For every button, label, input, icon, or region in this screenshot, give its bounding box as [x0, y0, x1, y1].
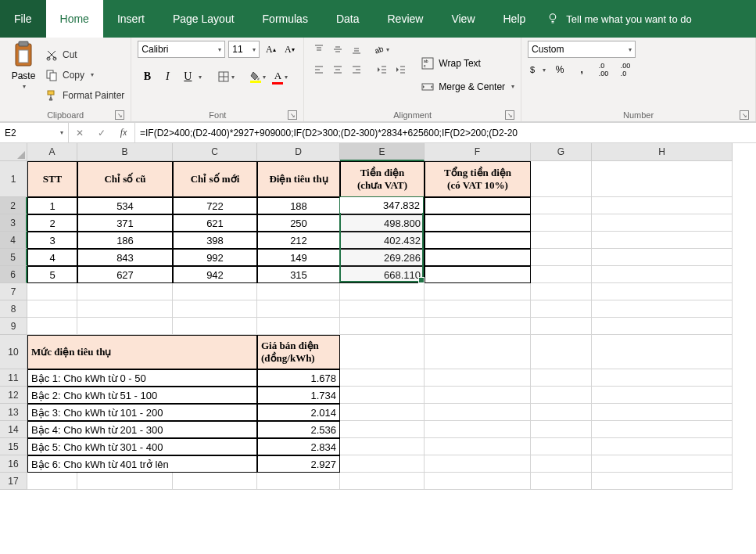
- table-row[interactable]: [425, 232, 531, 249]
- cell[interactable]: [592, 249, 733, 266]
- cell[interactable]: [77, 318, 173, 335]
- cell[interactable]: [77, 473, 173, 490]
- row-header-11[interactable]: 11: [0, 369, 27, 387]
- cell[interactable]: [592, 369, 733, 387]
- table-row[interactable]: 250: [257, 214, 340, 232]
- tab-insert[interactable]: Insert: [103, 0, 159, 38]
- cell[interactable]: [425, 473, 531, 490]
- cell[interactable]: [592, 473, 733, 490]
- cell[interactable]: [592, 266, 733, 283]
- table-row[interactable]: 186: [77, 232, 173, 249]
- row-header-12[interactable]: 12: [0, 387, 27, 404]
- cell[interactable]: [531, 387, 592, 404]
- cell[interactable]: [531, 300, 592, 318]
- table-row[interactable]: [425, 266, 531, 283]
- table-row[interactable]: 188: [257, 197, 340, 214]
- decrease-indent-button[interactable]: [373, 61, 390, 78]
- cell[interactable]: [531, 214, 592, 232]
- table-row[interactable]: 315: [257, 266, 340, 283]
- table-row[interactable]: 149: [257, 249, 340, 266]
- cell[interactable]: [531, 197, 592, 214]
- tab-formulas[interactable]: Formulas: [249, 0, 322, 38]
- table-row[interactable]: Bậc 5: Cho kWh từ 301 - 400: [27, 438, 257, 455]
- cell[interactable]: [592, 455, 733, 473]
- increase-indent-button[interactable]: [392, 61, 409, 78]
- cell[interactable]: [340, 369, 425, 387]
- table-row[interactable]: 2.927: [257, 455, 340, 473]
- bold-button[interactable]: B: [138, 67, 156, 86]
- copy-button[interactable]: Copy▾: [45, 67, 124, 84]
- align-left-button[interactable]: [310, 61, 328, 78]
- table-row[interactable]: 621: [173, 214, 257, 232]
- cell[interactable]: [592, 387, 733, 404]
- col-header-E[interactable]: E: [340, 143, 425, 161]
- cell[interactable]: [340, 455, 425, 473]
- table-row[interactable]: 498.800: [340, 214, 425, 232]
- cut-button[interactable]: Cut: [45, 46, 124, 63]
- cell[interactable]: [425, 318, 531, 335]
- cell[interactable]: [531, 283, 592, 300]
- cell[interactable]: [531, 232, 592, 249]
- underline-button[interactable]: U: [178, 67, 197, 86]
- cell-header-tien[interactable]: Tiền điện(chưa VAT): [340, 161, 425, 197]
- table-row[interactable]: 5: [27, 266, 77, 283]
- table-row[interactable]: 3: [27, 232, 77, 249]
- table-row[interactable]: 668.110: [340, 266, 425, 283]
- table-row[interactable]: 534: [77, 197, 173, 214]
- enter-formula-button[interactable]: ✓: [91, 123, 113, 142]
- table-row[interactable]: Bậc 3: Cho kWh từ 101 - 200: [27, 404, 257, 421]
- italic-button[interactable]: I: [158, 67, 177, 86]
- table-row[interactable]: 942: [173, 266, 257, 283]
- name-box[interactable]: E2▾: [0, 123, 69, 142]
- tab-data[interactable]: Data: [322, 0, 374, 38]
- cell[interactable]: [340, 404, 425, 421]
- tab-page-layout[interactable]: Page Layout: [159, 0, 249, 38]
- cell[interactable]: [425, 404, 531, 421]
- fill-color-button[interactable]: ▾: [250, 71, 271, 83]
- orientation-button[interactable]: ab▾: [373, 41, 390, 58]
- format-painter-button[interactable]: Format Painter: [45, 87, 124, 104]
- number-format-select[interactable]: Custom▾: [528, 41, 636, 58]
- font-name-select[interactable]: Calibri▾: [138, 41, 225, 58]
- cell[interactable]: [425, 387, 531, 404]
- table-row[interactable]: 269.286: [340, 249, 425, 266]
- row-header-1[interactable]: 1: [0, 161, 27, 197]
- row-header-4[interactable]: 4: [0, 232, 27, 249]
- table-row[interactable]: Bậc 6: Cho kWh từ 401 trở lên: [27, 455, 257, 473]
- cell[interactable]: [340, 473, 425, 490]
- cell-header-moi[interactable]: Chỉ số mới: [173, 161, 257, 197]
- dialog-launcher-icon[interactable]: ↘: [115, 110, 124, 120]
- percent-format-button[interactable]: %: [550, 61, 570, 78]
- cell-header-cu[interactable]: Chỉ số cũ: [77, 161, 173, 197]
- font-size-select[interactable]: 11▾: [228, 41, 260, 58]
- tab-file[interactable]: File: [0, 0, 46, 38]
- table-row[interactable]: 2.014: [257, 404, 340, 421]
- cell[interactable]: [425, 455, 531, 473]
- cell[interactable]: [531, 473, 592, 490]
- cell[interactable]: [531, 335, 592, 369]
- cell[interactable]: [592, 421, 733, 438]
- cell[interactable]: [592, 161, 733, 197]
- col-header-A[interactable]: A: [27, 143, 77, 161]
- cell[interactable]: [531, 404, 592, 421]
- cell[interactable]: [340, 300, 425, 318]
- cell[interactable]: [340, 318, 425, 335]
- formula-input[interactable]: =IF(D2>400;(D2-400)*2927+909000;IF(D2>30…: [135, 123, 756, 142]
- cell[interactable]: [340, 283, 425, 300]
- decrease-decimal-button[interactable]: .00.0: [615, 61, 636, 78]
- table-row[interactable]: 2: [27, 214, 77, 232]
- col-header-F[interactable]: F: [425, 143, 531, 161]
- cell[interactable]: [340, 421, 425, 438]
- cell[interactable]: [340, 387, 425, 404]
- cell[interactable]: [531, 438, 592, 455]
- cell[interactable]: [27, 300, 77, 318]
- cell[interactable]: [173, 318, 257, 335]
- insert-function-button[interactable]: fx: [113, 123, 134, 142]
- cell[interactable]: [531, 318, 592, 335]
- align-bottom-button[interactable]: [348, 41, 365, 58]
- tab-review[interactable]: Review: [374, 0, 438, 38]
- table-row[interactable]: [425, 214, 531, 232]
- row-header-15[interactable]: 15: [0, 438, 27, 455]
- cell[interactable]: [425, 369, 531, 387]
- col-header-H[interactable]: H: [592, 143, 733, 161]
